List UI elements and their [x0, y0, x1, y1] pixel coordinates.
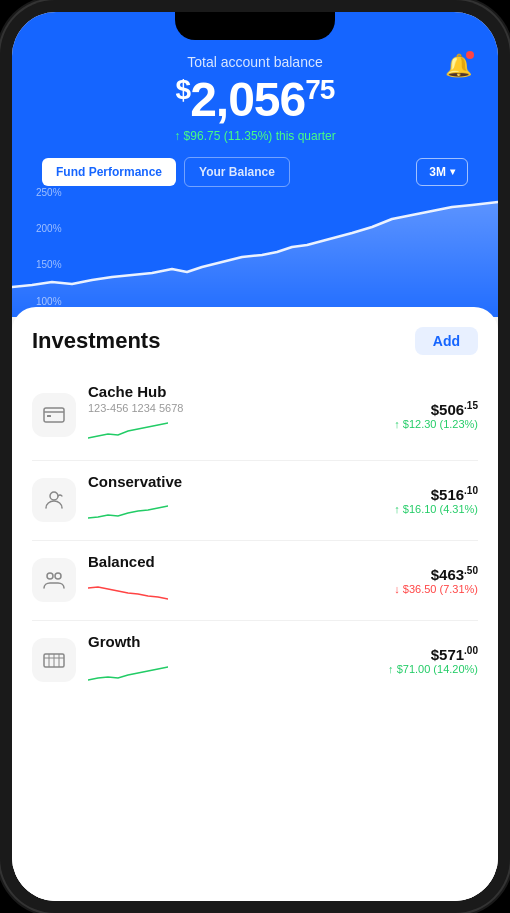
conservative-change: ↑ $16.10 (4.31%)	[394, 503, 478, 515]
conservative-values: $516.10 ↑ $16.10 (4.31%)	[394, 485, 478, 515]
conservative-name: Conservative	[88, 473, 394, 490]
cache-hub-values: $506.15 ↑ $12.30 (1.23%)	[394, 400, 478, 430]
balanced-info: Balanced	[88, 553, 394, 608]
conservative-icon	[32, 478, 76, 522]
balance-main: 2,056	[190, 73, 305, 126]
conservative-info: Conservative	[88, 473, 394, 528]
balanced-chart	[88, 580, 168, 604]
growth-name: Growth	[88, 633, 388, 650]
main-content: Investments Add Cache Hub	[12, 307, 498, 901]
investment-item-balanced[interactable]: Balanced $463.50 ↓ $36.50 (7.31%)	[32, 541, 478, 621]
balance-amount: $2,05675	[42, 74, 468, 127]
svg-point-4	[47, 573, 53, 579]
phone-screen: 🔔 Total account balance $2,05675 ↑ $96.7…	[12, 12, 498, 901]
period-button[interactable]: 3M	[416, 158, 468, 186]
fund-performance-tab[interactable]: Fund Performance	[42, 158, 176, 186]
notch	[175, 12, 335, 40]
balanced-main: $463.50	[431, 566, 478, 583]
svg-point-5	[55, 573, 61, 579]
investments-title: Investments	[32, 328, 160, 354]
growth-info: Growth	[88, 633, 388, 688]
balance-change: ↑ $96.75 (11.35%) this quarter	[42, 129, 468, 143]
growth-chart	[88, 660, 168, 684]
balance-label: Total account balance	[42, 54, 468, 70]
chart-label-200: 200%	[36, 223, 62, 234]
balanced-change: ↓ $36.50 (7.31%)	[394, 583, 478, 595]
balanced-name: Balanced	[88, 553, 394, 570]
balanced-icon	[32, 558, 76, 602]
screen-content: 🔔 Total account balance $2,05675 ↑ $96.7…	[12, 12, 498, 901]
dollar-sign: $	[176, 74, 191, 105]
cache-hub-sub: 123-456 1234 5678	[88, 402, 394, 414]
investment-item-growth[interactable]: Growth $571.00 ↑ $71.00 (14.20%)	[32, 621, 478, 700]
investment-item-conservative[interactable]: Conservative $516.10 ↑ $16.10 (4.31%)	[32, 461, 478, 541]
performance-chart	[12, 197, 498, 317]
your-balance-tab[interactable]: Your Balance	[184, 157, 290, 187]
conservative-main: $516.10	[431, 486, 478, 503]
growth-main: $571.00	[431, 646, 478, 663]
chart-labels: 250% 200% 150% 100%	[36, 187, 62, 307]
cache-hub-change: ↑ $12.30 (1.23%)	[394, 418, 478, 430]
conservative-amount: $516.10	[394, 485, 478, 503]
growth-values: $571.00 ↑ $71.00 (14.20%)	[388, 645, 478, 675]
cache-hub-main: $506.15	[431, 401, 478, 418]
balanced-values: $463.50 ↓ $36.50 (7.31%)	[394, 565, 478, 595]
growth-amount: $571.00	[388, 645, 478, 663]
chart-label-250: 250%	[36, 187, 62, 198]
svg-rect-2	[47, 415, 51, 417]
cache-hub-info: Cache Hub 123-456 1234 5678	[88, 383, 394, 448]
tab-row: Fund Performance Your Balance 3M	[42, 157, 468, 187]
balanced-amount: $463.50	[394, 565, 478, 583]
growth-change: ↑ $71.00 (14.20%)	[388, 663, 478, 675]
growth-icon	[32, 638, 76, 682]
balance-cents: 75	[305, 74, 334, 105]
cache-hub-icon	[32, 393, 76, 437]
svg-point-3	[50, 492, 58, 500]
phone-frame: 🔔 Total account balance $2,05675 ↑ $96.7…	[0, 0, 510, 913]
notification-bell[interactable]: 🔔	[442, 50, 474, 82]
chart-label-100: 100%	[36, 296, 62, 307]
add-investment-button[interactable]: Add	[415, 327, 478, 355]
investment-item-cache-hub[interactable]: Cache Hub 123-456 1234 5678 $506.15 ↑ $1…	[32, 371, 478, 461]
chart-area: 250% 200% 150% 100%	[12, 187, 498, 317]
cache-hub-amount: $506.15	[394, 400, 478, 418]
notification-dot	[466, 51, 474, 59]
cache-hub-chart	[88, 420, 168, 444]
conservative-chart	[88, 500, 168, 524]
investments-header: Investments Add	[32, 327, 478, 355]
chart-label-150: 150%	[36, 259, 62, 270]
cache-hub-name: Cache Hub	[88, 383, 394, 400]
svg-rect-0	[44, 408, 64, 422]
